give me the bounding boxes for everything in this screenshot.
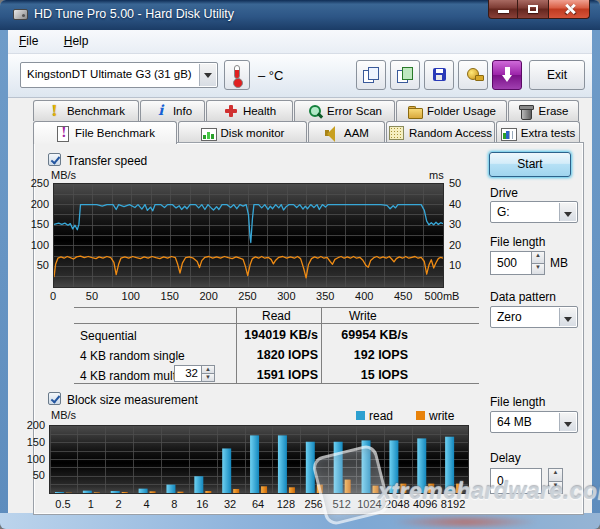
table-line xyxy=(74,323,479,324)
random-access-icon xyxy=(389,126,404,140)
write-legend-label: write xyxy=(429,409,454,423)
axis-tick-label: 30 xyxy=(449,218,461,230)
titlebar[interactable]: HD Tune Pro 5.00 - Hard Disk Utility xyxy=(0,0,600,30)
spinner-up-icon[interactable]: ▲ xyxy=(531,251,545,264)
chevron-down-icon[interactable] xyxy=(559,308,576,326)
axis-tick-label: 0 xyxy=(50,290,56,302)
axis-tick-label: 150 xyxy=(161,290,179,302)
axis-tick-label: 1024 xyxy=(357,498,381,510)
chevron-down-icon[interactable] xyxy=(199,64,216,86)
data-pattern-label: Data pattern xyxy=(490,290,556,304)
tab-folder-usage[interactable]: Folder Usage xyxy=(396,100,507,121)
spinner-down-icon[interactable]: ▼ xyxy=(201,374,215,382)
tab-file-benchmark[interactable]: File Benchmark xyxy=(33,121,177,144)
rand-multi-write-value: 15 IOPS xyxy=(324,368,408,382)
chevron-down-icon[interactable] xyxy=(559,203,576,221)
row-label-sequential: Sequential xyxy=(80,329,137,343)
delay-spinner[interactable]: ▲▼ xyxy=(548,468,563,494)
file-benchmark-icon xyxy=(55,126,70,140)
spinner-up-icon[interactable]: ▲ xyxy=(548,468,563,482)
benchmark-icon xyxy=(47,104,62,118)
axis-tick-label: 2 xyxy=(116,498,122,510)
chevron-down-icon[interactable] xyxy=(559,413,576,431)
close-button[interactable] xyxy=(548,0,590,19)
delay-input[interactable]: 0 xyxy=(490,468,542,494)
download-button[interactable] xyxy=(492,60,522,90)
spinner-down-icon[interactable]: ▼ xyxy=(548,482,563,495)
copy-image-button[interactable] xyxy=(390,60,420,90)
tab-aam[interactable]: AAM xyxy=(308,121,385,143)
block-size-checkbox[interactable] xyxy=(48,392,61,405)
block-size-label: Block size measurement xyxy=(67,393,198,407)
transfer-speed-checkbox[interactable] xyxy=(48,153,61,166)
axis-tick-label: 350 xyxy=(316,290,334,302)
row-label-random-multi: 4 KB random multi xyxy=(80,369,179,383)
axis-tick-label: 40 xyxy=(449,198,461,210)
axis-tick-label: 150 xyxy=(31,218,49,230)
axis-tick-label: 200 xyxy=(199,290,217,302)
axis-tick-label: 128 xyxy=(277,498,295,510)
tab-info[interactable]: Info xyxy=(140,100,205,121)
axis-tick-label: 250 xyxy=(238,290,256,302)
maximize-icon xyxy=(528,5,538,13)
read-legend-swatch xyxy=(356,411,365,420)
menu-file[interactable]: File xyxy=(8,30,49,52)
drive-select[interactable]: G: xyxy=(490,201,578,223)
toolbar: KingstonDT Ultimate G3 (31 gB) – °C Exit xyxy=(8,54,592,98)
tab-erase[interactable]: Erase xyxy=(508,100,579,121)
spinner-down-icon[interactable]: ▼ xyxy=(531,264,545,276)
row-label-random-single: 4 KB random single xyxy=(80,349,185,363)
window-title: HD Tune Pro 5.00 - Hard Disk Utility xyxy=(34,7,234,21)
hd-tune-window: HD Tune Pro 5.00 - Hard Disk Utility Fil… xyxy=(0,0,600,529)
col-header-read: Read xyxy=(262,309,291,323)
license-button[interactable] xyxy=(458,60,488,90)
table-line xyxy=(74,383,479,384)
health-icon xyxy=(223,104,238,118)
erase-icon xyxy=(518,104,533,118)
tab-benchmark[interactable]: Benchmark xyxy=(33,100,139,121)
tab-random-access[interactable]: Random Access xyxy=(386,121,495,143)
queue-depth-spinner[interactable]: 32 ▲▼ xyxy=(174,365,202,382)
menubar: File Help xyxy=(8,30,592,54)
axis-tick-label: 64 xyxy=(252,498,264,510)
axis-tick-label: 8 xyxy=(171,498,177,510)
seq-read-value: 194019 KB/s xyxy=(224,328,318,342)
seq-write-value: 69954 KB/s xyxy=(324,328,408,342)
top-chart-right-axis-unit: ms xyxy=(429,169,444,181)
axis-tick-label: 400 xyxy=(355,290,373,302)
data-pattern-select[interactable]: Zero xyxy=(490,306,578,328)
menu-help[interactable]: Help xyxy=(53,30,100,52)
temperature-button[interactable] xyxy=(224,60,250,90)
minimize-button[interactable] xyxy=(488,0,518,19)
tab-extra-tests[interactable]: Extra tests xyxy=(496,121,580,143)
tab-error-scan[interactable]: Error Scan xyxy=(294,100,395,121)
axis-tick-label: 450 xyxy=(394,290,412,302)
tab-disk-monitor[interactable]: Disk monitor xyxy=(178,121,307,143)
axis-tick-label: 0.5 xyxy=(55,498,70,510)
tab-health[interactable]: Health xyxy=(206,100,293,121)
spinner-up-icon[interactable]: ▲ xyxy=(201,365,215,374)
top-chart-left-axis-unit: MB/s xyxy=(51,169,76,181)
device-selector[interactable]: KingstonDT Ultimate G3 (31 gB) xyxy=(20,62,218,88)
axis-tick-label: 50 xyxy=(449,177,461,189)
minimize-icon xyxy=(498,10,509,13)
transfer-speed-label: Transfer speed xyxy=(67,154,147,168)
file-length-input[interactable]: 500 ▲▼ xyxy=(490,251,532,275)
axis-tick-label: 500mB xyxy=(425,290,460,302)
axis-tick-label: 50 xyxy=(86,290,98,302)
maximize-button[interactable] xyxy=(518,0,548,19)
exit-button[interactable]: Exit xyxy=(529,60,585,90)
axis-tick-label: 4 xyxy=(143,498,149,510)
save-button[interactable] xyxy=(424,60,454,90)
copy-icon xyxy=(363,67,379,83)
write-legend-swatch xyxy=(416,411,425,420)
start-button[interactable]: Start xyxy=(489,152,571,177)
thermometer-icon xyxy=(234,65,240,79)
file-length-bottom-select[interactable]: 64 MB xyxy=(490,411,578,433)
license-keys-icon xyxy=(467,68,479,80)
copy-button[interactable] xyxy=(356,60,386,90)
table-line xyxy=(321,307,322,383)
table-line xyxy=(74,307,479,308)
axis-tick-label: 512 xyxy=(332,498,350,510)
axis-tick-label: 4096 xyxy=(413,498,437,510)
